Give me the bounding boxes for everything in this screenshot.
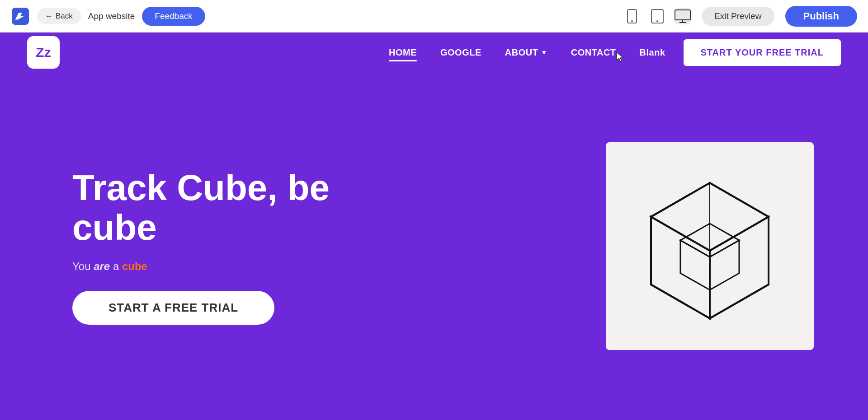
topbar: ← Back App website Feedback xyxy=(0,0,868,33)
hero-subtitle-highlight: cube xyxy=(122,260,147,272)
svg-rect-5 xyxy=(675,10,690,20)
back-label: Back xyxy=(56,12,73,21)
hero-cube-image xyxy=(606,142,814,350)
nav-cta-button[interactable]: START YOUR FREE TRIAL xyxy=(684,39,841,66)
desktop-view-button[interactable] xyxy=(675,8,691,24)
svg-point-4 xyxy=(656,20,658,22)
svg-point-2 xyxy=(631,20,633,22)
mobile-view-button[interactable] xyxy=(624,8,640,24)
hero-headline: Track Cube, be cube xyxy=(72,168,353,247)
feedback-button[interactable]: Feedback xyxy=(142,7,205,26)
nav-google[interactable]: GOOGLE xyxy=(440,47,481,58)
site-logo: Zz xyxy=(27,36,60,69)
nav-links: HOME GOOGLE ABOUT ▼ CONTACT Blank xyxy=(389,47,665,58)
hero-cta-button[interactable]: START A FREE TRIAL xyxy=(72,291,274,325)
chevron-down-icon: ▼ xyxy=(541,49,547,56)
exit-preview-button[interactable]: Exit Preview xyxy=(702,7,774,26)
hero-section: Track Cube, be cube You are a cube START… xyxy=(0,72,868,420)
website-preview: Zz HOME GOOGLE ABOUT ▼ CONTACT Blank STA… xyxy=(0,33,868,420)
tablet-view-button[interactable] xyxy=(649,8,665,24)
nav-contact[interactable]: CONTACT xyxy=(571,47,616,58)
device-switcher xyxy=(624,8,691,24)
site-navigation: Zz HOME GOOGLE ABOUT ▼ CONTACT Blank STA… xyxy=(0,33,868,72)
publish-button[interactable]: Publish xyxy=(785,6,857,27)
nav-home[interactable]: HOME xyxy=(389,47,417,58)
back-arrow-icon: ← xyxy=(45,12,53,21)
hero-text: Track Cube, be cube You are a cube START… xyxy=(72,168,353,325)
hero-subtitle: You are a cube xyxy=(72,260,353,273)
back-button[interactable]: ← Back xyxy=(37,8,81,24)
nav-about[interactable]: ABOUT ▼ xyxy=(505,47,547,58)
site-name: App website xyxy=(88,11,135,21)
app-logo xyxy=(11,7,30,26)
nav-blank[interactable]: Blank xyxy=(640,47,665,58)
